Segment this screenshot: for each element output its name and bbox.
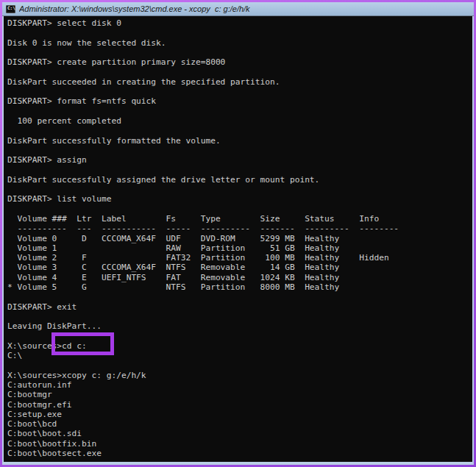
console-line: DISKPART> create partition primary size=… (7, 57, 472, 67)
console-line: DISKPART> list volume (7, 194, 472, 204)
console-line: Volume 2 F FAT32 Partition 100 MB Health… (7, 253, 472, 263)
console-line: DiskPart successfully formatted the volu… (7, 136, 472, 146)
window-title: Administrator: X:\windows\system32\cmd.e… (19, 2, 250, 16)
console-line: X:\sources>xcopy c: g:/e/h/k (7, 371, 472, 380)
title-bar[interactable]: C:\ Administrator: X:\windows\system32\c… (2, 2, 474, 16)
console-line (7, 292, 472, 302)
console-line: C:boot\bootfix.bin (7, 439, 472, 449)
console-output[interactable]: DISKPART> select disk 0Disk 0 is now the… (4, 16, 472, 462)
console-line: C:bootmgr.efi (7, 400, 472, 410)
console-line (7, 28, 472, 38)
console-line: DISKPART> select disk 0 (7, 18, 472, 28)
console-line (7, 332, 472, 341)
cmd-icon: C:\ (6, 5, 15, 13)
console-line: X:\sources>cd c: (7, 341, 472, 351)
console-line: Volume 4 E UEFI_NTFS FAT Removable 1024 … (7, 273, 472, 282)
console-line: DISKPART> assign (7, 155, 472, 165)
console-line: C:\ (7, 351, 472, 360)
cmd-icon-glyph: C:\ (7, 5, 15, 11)
console-line: Volume 0 D CCCOMA_X64F UDF DVD-ROM 5299 … (7, 234, 472, 243)
console-line (7, 48, 472, 57)
console-line: DISKPART> format fs=ntfs quick (7, 96, 472, 106)
console-line: DiskPart successfully assigned the drive… (7, 175, 472, 185)
console-line: DiskPart succeeded in creating the speci… (7, 77, 472, 87)
console-line: C:boot\bcd (7, 419, 472, 429)
cmd-window: C:\ Administrator: X:\windows\system32\c… (2, 2, 474, 465)
console-line (7, 126, 472, 135)
console-line: 100 percent completed (7, 116, 472, 126)
console-line: Volume ### Ltr Label Fs Type Size Status… (7, 214, 472, 224)
console-line (7, 67, 472, 76)
console-line (7, 185, 472, 194)
console-line (7, 107, 472, 116)
console-line (7, 165, 472, 174)
console-line: ---------- --- ----------- ----- -------… (7, 224, 472, 233)
console-frame: DISKPART> select disk 0Disk 0 is now the… (2, 16, 474, 465)
screenshot-frame: C:\ Administrator: X:\windows\system32\c… (0, 0, 476, 467)
console-line (7, 87, 472, 96)
console-line: C:boot\bootsect.exe (7, 449, 472, 458)
console-line: Volume 3 C CCCOMA_X64F NTFS Removable 14… (7, 263, 472, 272)
console-line: C:setup.exe (7, 410, 472, 419)
console-line (7, 360, 472, 370)
console-line: C:bootmgr (7, 390, 472, 399)
console-line (7, 312, 472, 321)
console-line: C:autorun.inf (7, 380, 472, 390)
console-line: DISKPART> exit (7, 302, 472, 312)
console-line: C:boot\boot.sdi (7, 429, 472, 438)
console-line: Disk 0 is now the selected disk. (7, 38, 472, 48)
console-line (7, 146, 472, 155)
console-line (7, 204, 472, 214)
console-line: Leaving DiskPart... (7, 321, 472, 331)
console-line: Volume 1 RAW Partition 51 GB Healthy (7, 243, 472, 253)
console-line: * Volume 5 G NTFS Partition 8000 MB Heal… (7, 282, 472, 292)
